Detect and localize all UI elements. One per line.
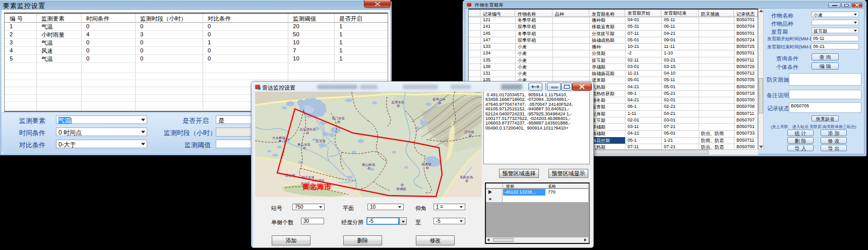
svg-text:龙潭水库: 龙潭水库 <box>391 100 405 104</box>
svg-text:东风农场: 东风农场 <box>460 175 473 179</box>
svg-text:大水桥镇: 大水桥镇 <box>272 136 286 140</box>
svg-text:青山水库: 青山水库 <box>297 143 311 146</box>
svg-text:老爷山乡: 老爷山乡 <box>432 97 446 101</box>
svg-text:黄北海市: 黄北海市 <box>302 183 332 191</box>
svg-text:昌马湖水库: 昌马湖水库 <box>299 128 316 131</box>
svg-text:石门水库: 石门水库 <box>332 116 345 120</box>
svg-text:海城镇: 海城镇 <box>396 187 406 191</box>
svg-text:南山林场: 南山林场 <box>362 163 375 167</box>
svg-text:沙河镇: 沙河镇 <box>464 130 474 134</box>
svg-text:五道湖: 五道湖 <box>316 139 326 143</box>
svg-text:长青镇: 长青镇 <box>421 162 431 166</box>
